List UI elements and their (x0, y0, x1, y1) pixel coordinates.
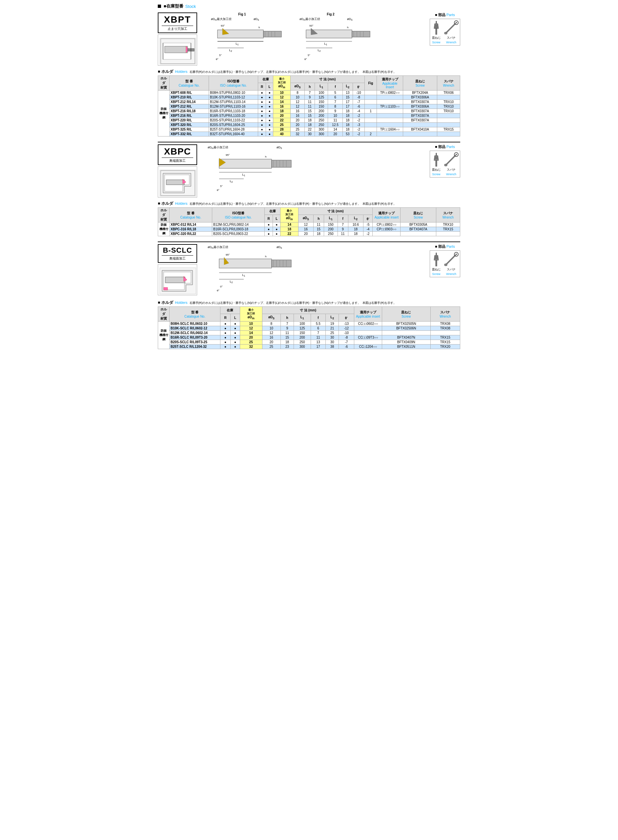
td-catalogue: B25T-SCLC R/L1204-32 (169, 345, 220, 349)
td-theta: -12 (339, 326, 354, 331)
xbpc-logo-box: XBPC 奥端面加工 (158, 144, 197, 165)
svg-text:95°: 95° (226, 153, 230, 156)
td-screw: BFTX0307A (403, 113, 437, 118)
td-wrench: TRX08 (430, 326, 460, 331)
td-fig (364, 118, 377, 123)
td-f: 11 (310, 335, 326, 340)
td-l2: 25 (326, 331, 339, 335)
xbpt-screw-label-jp: 皿ねじ (432, 36, 441, 40)
td-f: 20 (328, 132, 343, 137)
bsclc-logo-box: B-SCLC 奥端面加工 (158, 244, 197, 263)
td-wrench (437, 95, 460, 100)
td-stock-l: ● (266, 104, 273, 109)
td-catalogue: XBPT-212 R/L14 (169, 100, 209, 104)
xbpt-logo-area: XBPT 止まり穴加工 (158, 12, 197, 66)
th-l2: L2 (342, 83, 353, 91)
svg-rect-95 (272, 260, 291, 267)
td-wrench: TRX08 (430, 321, 460, 326)
xbpc-th-l2: L2 (348, 215, 364, 223)
td-screw (403, 123, 437, 127)
svg-rect-85 (444, 164, 447, 166)
bsclc-th-cat: 型 番 Catalogue No. (169, 307, 220, 321)
th-material-jp: ホルダ (159, 76, 168, 85)
td-h: 18 (313, 232, 324, 236)
td-l1: 150 (324, 223, 337, 227)
td-iso: B10K-STUPR/L1103-12 (209, 95, 258, 100)
th-theta: θ- (353, 83, 364, 91)
svg-text:L1: L1 (242, 274, 245, 277)
xbpt-fig1-svg: øDm最大加工径 øDS 93° (201, 17, 283, 59)
td-dm: 25 (273, 123, 290, 127)
td-stock-r: ● (220, 321, 230, 326)
td-h: 9 (281, 326, 294, 331)
td-stock-l: ● (266, 113, 273, 118)
td-dm: 12 (240, 326, 262, 331)
td-l1: 150 (315, 104, 328, 109)
td-stock-l: ● (230, 321, 240, 326)
td-dm: 12 (273, 95, 290, 100)
td-insert (373, 232, 401, 236)
td-dm: 32 (240, 345, 262, 349)
td-stock-r: ● (258, 118, 266, 123)
td-insert: CC□□0602○○ (354, 321, 382, 326)
td-ds: 8 (290, 91, 305, 95)
bsclc-th-wrench: スパナ Wrench (430, 307, 460, 321)
td-stock-l: ● (266, 100, 273, 104)
th-l: L (266, 83, 273, 91)
td-l1: 150 (294, 331, 310, 335)
bsclc-th-stock: 在庫 (220, 307, 240, 314)
td-fig (364, 95, 377, 100)
svg-text:h: h (347, 26, 348, 29)
td-h: 11 (305, 104, 315, 109)
svg-rect-56 (166, 180, 184, 185)
xbpc-wrench-label-jp: スパナ (447, 168, 456, 172)
td-theta: -7 (339, 340, 354, 345)
svg-text:5°: 5° (220, 185, 223, 188)
bsclc-th-ds: øDS (262, 314, 281, 321)
svg-rect-53 (444, 32, 447, 34)
xbpt-screw-label-en: Screw (432, 41, 440, 44)
td-catalogue: XBPT-216 R/L18 (169, 109, 209, 113)
td-screw (403, 132, 437, 137)
svg-rect-3 (165, 46, 188, 53)
td-fig (364, 113, 377, 118)
td-wrench: TRX15 (430, 340, 460, 345)
td-stock-r: ● (220, 335, 230, 340)
td-screw: BFTX204A (403, 91, 437, 95)
th-cat-jp: 型 番 (171, 79, 208, 84)
td-insert: CC□1204○○ (354, 345, 382, 349)
td-theta: -7 (353, 100, 364, 104)
bsclc-holders-header: ■ ホルダ Holders 右勝手(R)のホルダには左勝手(L)・勝手なし(N)… (158, 300, 460, 305)
td-l2: 13 (342, 91, 353, 95)
td-catalogue: XBPC-320 R/L22 (169, 232, 212, 236)
xbpc-th-l: L (273, 215, 281, 223)
td-f: 8 (328, 104, 343, 109)
td-l2: 30 (326, 335, 339, 340)
svg-text:øDm最大加工径: øDm最大加工径 (211, 17, 232, 21)
td-insert: CP□□0903○○ (373, 227, 401, 232)
td-dm: 16 (273, 104, 290, 109)
td-ds: 10 (290, 95, 305, 100)
td-wrench (437, 118, 460, 123)
td-theta: -8 (339, 335, 354, 340)
td-theta: -3 (353, 123, 364, 127)
td-dm: 40 (273, 132, 290, 137)
xbpc-screw-label-jp: 皿ねじ (432, 168, 441, 172)
td-material: 防振 機構付 鋼 (158, 91, 169, 137)
bsclc-wrench-label-jp: スパナ (447, 268, 456, 272)
td-l1: 200 (315, 113, 328, 118)
bsclc-fig-svg: øDm最小加工径 øDS 95° h L1 L2 0 (201, 244, 316, 297)
xbpt-cross-section (158, 34, 197, 65)
td-fig (364, 104, 377, 109)
td-stock-r: ● (258, 91, 266, 95)
xbpt-wrench-icon (444, 20, 459, 35)
th-cat-en: Catalogue No. (171, 84, 208, 87)
svg-text:øDS: øDS (254, 17, 259, 21)
td-theta: -4 (353, 109, 364, 113)
xbpc-cross-section (158, 167, 197, 198)
td-ds: 12 (299, 223, 313, 227)
td-insert (377, 109, 403, 113)
td-screw: BFTX02506N (382, 326, 430, 331)
td-ds: 25 (262, 345, 281, 349)
xbpt-section: XBPT 止まり穴加工 (158, 12, 460, 137)
